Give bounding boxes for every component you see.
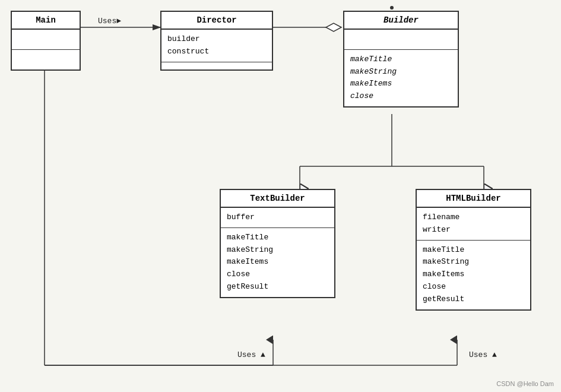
uses-label-textbuilder: Uses ▲ <box>237 350 265 359</box>
builder-class-box: Builder makeTitle makeString makeItems c… <box>343 11 459 108</box>
multiplicity-dot <box>390 6 394 10</box>
director-fields: builderconstruct <box>161 30 272 62</box>
watermark: CSDN @Hello Dam <box>496 380 554 387</box>
textbuilder-class-name: TextBuilder <box>221 190 334 208</box>
uses-label-main-director: Uses► <box>98 17 121 26</box>
main-fields <box>12 30 80 50</box>
textbuilder-methods: makeTitle makeString makeItems close get… <box>221 228 334 297</box>
main-methods <box>12 50 80 69</box>
htmlbuilder-class-name: HTMLBuilder <box>417 190 530 208</box>
director-methods <box>161 62 272 69</box>
director-class-box: Director builderconstruct <box>160 11 273 71</box>
uml-diagram: Main Director builderconstruct Builder m… <box>0 0 561 392</box>
htmlbuilder-fields: filename writer <box>417 208 530 241</box>
svg-marker-5 <box>326 23 341 31</box>
builder-fields <box>344 30 458 50</box>
director-class-name: Director <box>161 12 272 30</box>
builder-class-name: Builder <box>344 12 458 30</box>
builder-methods: makeTitle makeString makeItems close <box>344 50 458 106</box>
textbuilder-class-box: TextBuilder buffer makeTitle makeString … <box>220 189 335 298</box>
main-class-box: Main <box>11 11 81 71</box>
uses-label-htmlbuilder: Uses ▲ <box>469 350 497 359</box>
textbuilder-fields: buffer <box>221 208 334 228</box>
htmlbuilder-class-box: HTMLBuilder filename writer makeTitle ma… <box>416 189 531 311</box>
main-class-name: Main <box>12 12 80 30</box>
htmlbuilder-methods: makeTitle makeString makeItems close get… <box>417 241 530 309</box>
